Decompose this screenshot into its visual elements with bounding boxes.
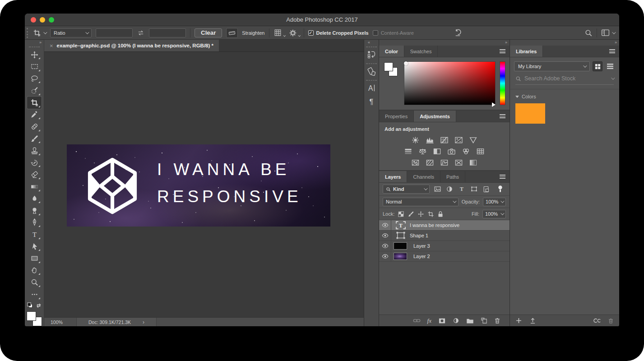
- layer-row-galaxy[interactable]: Layer 2: [379, 251, 510, 262]
- tool-pen[interactable]: [27, 217, 42, 229]
- reset-crop-icon[interactable]: [454, 28, 462, 37]
- layer-filter-toggle[interactable]: [496, 185, 505, 194]
- panel-menu-icon[interactable]: [500, 113, 505, 119]
- tool-move[interactable]: [27, 49, 42, 61]
- selective-color-adjustment-icon[interactable]: [454, 159, 463, 167]
- crop-height-input[interactable]: [149, 28, 186, 37]
- layer-effects-icon[interactable]: fx: [427, 317, 431, 324]
- tab-layers[interactable]: Layers: [379, 171, 407, 182]
- tool-dodge[interactable]: [27, 204, 42, 217]
- saturation-brightness-field[interactable]: [404, 61, 496, 105]
- paragraph-panel-button[interactable]: ¶: [366, 96, 377, 107]
- layer-row-text[interactable]: T I wanna be responsive: [379, 220, 510, 231]
- swap-dimensions-icon[interactable]: [137, 29, 145, 37]
- layer-row-black[interactable]: Layer 3: [379, 241, 510, 251]
- crop-overlay-options[interactable]: [273, 28, 285, 37]
- tool-zoom[interactable]: [27, 276, 42, 288]
- posterize-adjustment-icon[interactable]: [426, 159, 434, 167]
- character-panel-button[interactable]: A: [366, 82, 377, 94]
- tool-eyedropper[interactable]: [27, 109, 42, 121]
- color-panel-swatches[interactable]: [384, 61, 400, 105]
- tab-libraries[interactable]: Libraries: [510, 46, 543, 57]
- threshold-adjustment-icon[interactable]: [440, 159, 449, 167]
- tool-gradient[interactable]: [27, 180, 42, 193]
- swap-colors-icon[interactable]: [36, 302, 42, 309]
- tab-paths[interactable]: Paths: [440, 171, 465, 182]
- lock-position-icon[interactable]: [417, 211, 424, 218]
- list-view-button[interactable]: [605, 61, 615, 71]
- black-and-white-adjustment-icon[interactable]: [433, 148, 441, 155]
- layer-row-shape[interactable]: Shape 1: [379, 231, 510, 241]
- creative-cloud-icon[interactable]: [593, 317, 602, 324]
- foreground-color-swatch[interactable]: [384, 62, 393, 71]
- clear-button[interactable]: Clear: [195, 28, 222, 37]
- library-color-swatch[interactable]: [515, 103, 545, 124]
- filter-type-layers-button[interactable]: T: [457, 185, 466, 194]
- document-info[interactable]: Doc: 309.1K/721.3K ›: [77, 318, 157, 326]
- tool-hand[interactable]: [27, 264, 42, 277]
- layer-list-empty-area[interactable]: [379, 262, 510, 315]
- delete-layer-icon[interactable]: [494, 317, 500, 324]
- filter-pixel-layers-button[interactable]: [433, 185, 442, 194]
- ratio-select[interactable]: Ratio: [50, 28, 92, 37]
- crop-width-input[interactable]: [96, 28, 133, 37]
- tool-preset-picker[interactable]: [33, 29, 46, 37]
- tab-channels[interactable]: Channels: [407, 171, 440, 182]
- panel-menu-icon[interactable]: [609, 48, 615, 54]
- dock-gripper[interactable]: [366, 63, 377, 64]
- visibility-toggle[interactable]: [379, 251, 391, 261]
- hue-saturation-adjustment-icon[interactable]: [404, 148, 412, 155]
- tab-adjustments[interactable]: Adjustments: [414, 111, 456, 122]
- hue-strip[interactable]: [500, 61, 505, 105]
- brightness-contrast-adjustment-icon[interactable]: [411, 136, 420, 144]
- options-gripper[interactable]: [27, 28, 28, 38]
- fill-select[interactable]: 100%: [482, 210, 506, 218]
- device-preview-panel-button[interactable]: [366, 65, 377, 77]
- foreground-color-swatch[interactable]: [27, 311, 36, 321]
- lock-transparency-icon[interactable]: [398, 211, 404, 218]
- tool-clone-stamp[interactable]: [27, 144, 42, 157]
- tool-rectangular-marquee[interactable]: [27, 60, 42, 73]
- color-balance-adjustment-icon[interactable]: [418, 148, 427, 155]
- zoom-level-field[interactable]: 100%: [44, 318, 77, 326]
- filter-shape-layers-button[interactable]: [469, 185, 478, 194]
- color-picker-marker[interactable]: [404, 61, 408, 65]
- adobe-stock-search[interactable]: [515, 75, 614, 85]
- new-adjustment-layer-icon[interactable]: [453, 317, 459, 324]
- tool-edit-toolbar[interactable]: [27, 288, 42, 301]
- opacity-select[interactable]: 100%: [483, 198, 506, 206]
- new-layer-icon[interactable]: [481, 317, 487, 324]
- colors-section-header[interactable]: Colors: [515, 94, 614, 99]
- delete-icon[interactable]: [608, 318, 614, 324]
- visibility-toggle[interactable]: [379, 220, 391, 230]
- color-lookup-adjustment-icon[interactable]: [476, 148, 485, 155]
- new-group-icon[interactable]: [466, 318, 474, 324]
- delete-cropped-pixels-option[interactable]: ✓ Delete Cropped Pixels: [308, 30, 369, 36]
- lock-all-icon[interactable]: [437, 211, 444, 218]
- levels-adjustment-icon[interactable]: [426, 136, 434, 144]
- workspace-switcher[interactable]: [601, 29, 615, 37]
- straighten-button[interactable]: [226, 28, 238, 38]
- tab-color[interactable]: Color: [379, 46, 404, 57]
- vibrance-adjustment-icon[interactable]: [469, 136, 477, 144]
- tool-blur[interactable]: [27, 193, 42, 205]
- exposure-adjustment-icon[interactable]: [454, 136, 463, 144]
- document-canvas[interactable]: I WANNA BE RESPONSIVE: [67, 144, 330, 227]
- layer-filter-kind-select[interactable]: Kind: [383, 185, 430, 194]
- close-tab-icon[interactable]: ×: [50, 42, 53, 49]
- foreground-background-swatches[interactable]: [27, 311, 42, 326]
- sync-upload-icon[interactable]: [529, 317, 536, 324]
- photo-filter-adjustment-icon[interactable]: [447, 148, 456, 155]
- add-content-icon[interactable]: [515, 317, 522, 324]
- dock-collapse-chevrons[interactable]: «: [364, 40, 379, 46]
- filter-adjustment-layers-button[interactable]: [445, 185, 454, 194]
- visibility-toggle[interactable]: [379, 241, 391, 251]
- lock-pixels-icon[interactable]: [408, 211, 414, 218]
- visibility-toggle[interactable]: [379, 231, 391, 241]
- dock-gripper[interactable]: [366, 46, 377, 47]
- tool-spot-healing-brush[interactable]: [27, 120, 42, 133]
- panel-menu-icon[interactable]: [500, 48, 505, 54]
- search-icon[interactable]: [584, 29, 593, 37]
- status-chevron-icon[interactable]: ›: [143, 319, 144, 325]
- lock-artboard-icon[interactable]: [427, 211, 434, 218]
